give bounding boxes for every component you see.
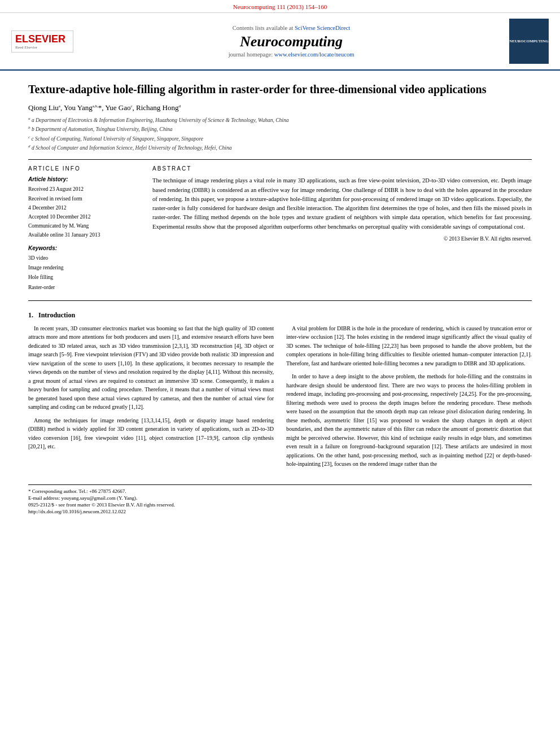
- affiliations: a a Department of Electronics & Informat…: [28, 116, 532, 152]
- email-address: E-mail address: youyang.sayu@gmail.com (…: [28, 495, 532, 501]
- journal-center: Contents lists available at SciVerse Sci…: [85, 25, 498, 58]
- keywords-list: 3D video Image rendering Hole filling Ra…: [28, 254, 141, 292]
- doi-line: http://dx.doi.org/10.1016/j.neucom.2012.…: [28, 509, 532, 514]
- intro-right-text: A vital problem for DIBR is the hole in …: [286, 324, 532, 469]
- available-online: Available online 31 January 2013: [28, 230, 141, 239]
- intro-para-1: In recent years, 3D consumer electronics…: [28, 324, 274, 451]
- keyword-1: 3D video: [28, 254, 141, 263]
- copyright-notice: © 2013 Elsevier B.V. All rights reserved…: [152, 236, 532, 242]
- abstract-panel: ABSTRACT The technique of image renderin…: [152, 165, 532, 292]
- corresponding-author: * Corresponding author. Tel.: +86 27875 …: [28, 488, 532, 494]
- communicated: Communicated by M. Wang: [28, 221, 141, 230]
- accepted-date: Accepted 10 December 2012: [28, 212, 141, 221]
- received-date: Received 23 August 2012: [28, 185, 141, 194]
- article-title: Texture-adaptive hole-filling algorithm …: [28, 82, 532, 97]
- affil-a: a a Department of Electronics & Informat…: [28, 116, 532, 125]
- divider-bottom: [28, 300, 532, 301]
- authors-line: Qiong Liua, You Yanga,b,*, Yue Gaoc, Ric…: [28, 103, 532, 112]
- keyword-3: Hole filling: [28, 273, 141, 282]
- abstract-text: The technique of image rendering plays a…: [152, 176, 532, 231]
- banner-text: Neurocomputing 111 (2013) 154–160: [233, 3, 327, 10]
- journal-title: Neurocomputing: [85, 33, 498, 50]
- section-title-intro: 1. Introduction: [28, 311, 532, 320]
- article-history-label: Article history:: [28, 176, 141, 182]
- introduction-section: 1. Introduction In recent years, 3D cons…: [28, 311, 532, 473]
- affil-c: c c School of Computing, National Univer…: [28, 134, 532, 143]
- top-banner: Neurocomputing 111 (2013) 154–160: [0, 0, 560, 13]
- footnotes: * Corresponding author. Tel.: +86 27875 …: [28, 484, 532, 514]
- article-info-heading: ARTICLE INFO: [28, 165, 141, 172]
- divider-top: [28, 159, 532, 160]
- keywords-label: Keywords:: [28, 245, 141, 251]
- journal-homepage: journal homepage: www.elsevier.com/locat…: [85, 51, 498, 58]
- affil-d: d d School of Computer and Information S…: [28, 143, 532, 152]
- keyword-4: Raster-order: [28, 283, 141, 292]
- contents-available: Contents lists available at SciVerse Sci…: [85, 25, 498, 31]
- issn-line: 0925-2312/$ - see front matter © 2013 El…: [28, 502, 532, 508]
- affil-b: b b Department of Automation, Tsinghua U…: [28, 125, 532, 134]
- intro-right-col: A vital problem for DIBR is the hole in …: [286, 324, 532, 473]
- elsevier-logo: ELSEVIER Reed Elsevier: [11, 30, 73, 53]
- keyword-2: Image rendering: [28, 263, 141, 273]
- sciverse-link[interactable]: SciVerse ScienceDirect: [295, 25, 350, 31]
- journal-header: ELSEVIER Reed Elsevier Contents lists av…: [0, 13, 560, 71]
- article-dates: Received 23 August 2012 Received in revi…: [28, 185, 141, 239]
- intro-left-col: In recent years, 3D consumer electronics…: [28, 324, 274, 473]
- received-revised-date: 4 December 2012: [28, 203, 141, 212]
- received-revised-label: Received in revised form: [28, 194, 141, 203]
- homepage-link[interactable]: www.elsevier.com/locate/neucom: [274, 51, 355, 58]
- abstract-heading: ABSTRACT: [152, 165, 532, 172]
- article-info-panel: ARTICLE INFO Article history: Received 2…: [28, 165, 141, 292]
- journal-cover: NEUROCOMPUTING: [509, 19, 549, 64]
